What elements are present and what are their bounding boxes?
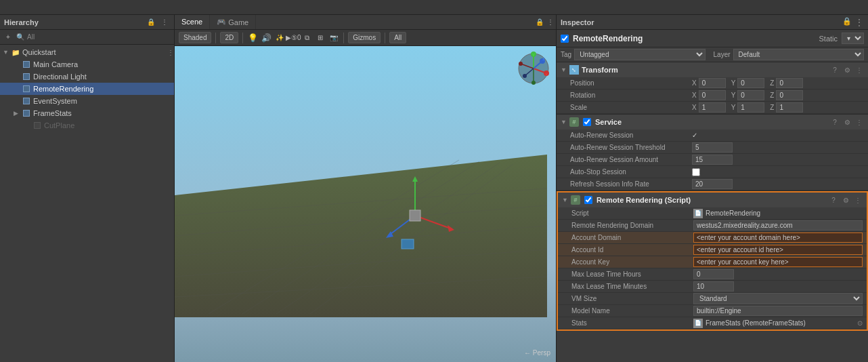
toolbar-grid-icon[interactable]: ⊞ [315, 33, 326, 43]
layer-dropdown[interactable]: Default [733, 49, 864, 60]
main-layout: Hierarchy 🔒 ⋮ + 🔍 All ▼ 📁 Quickstart ⋮ [0, 15, 868, 362]
max-lease-hours-input[interactable] [693, 269, 734, 279]
rr-script-help-icon[interactable]: ? [829, 195, 838, 205]
hierarchy-filter-all[interactable]: All [27, 33, 35, 41]
service-refresh-rate-row: Refresh Session Info Rate [557, 178, 868, 190]
frame-stats-cube-icon [22, 108, 31, 118]
inspector-lock-icon[interactable]: 🔒 [842, 17, 852, 28]
scene-more-icon[interactable]: ⋮ [545, 17, 556, 28]
toolbar-sep-1 [215, 33, 216, 43]
tree-item-cut-plane[interactable]: CutPlane [0, 119, 174, 132]
script-ref-value: 📄 RemoteRendering [693, 209, 863, 218]
auto-renew-threshold-input[interactable] [692, 142, 733, 153]
service-help-icon[interactable]: ? [830, 117, 840, 127]
toolbar-audio-icon[interactable]: 🔊 [261, 33, 272, 43]
transform-title: Transform [582, 66, 827, 74]
hierarchy-lock-icon[interactable]: 🔒 [146, 17, 156, 28]
rotation-z: Z [770, 90, 803, 100]
rr-script-more-icon[interactable]: ⋮ [853, 195, 863, 205]
transform-settings-icon[interactable]: ⚙ [842, 65, 852, 75]
directional-light-cube-icon [22, 72, 31, 81]
shading-dropdown-btn[interactable]: Shaded [179, 32, 211, 43]
service-enabled-checkbox[interactable] [583, 118, 591, 126]
svg-point-23 [531, 81, 536, 85]
transform-header[interactable]: ▼ ⤡ Transform ? ⚙ ⋮ [557, 62, 868, 77]
inspector-more-icon[interactable]: ⋮ [854, 17, 864, 28]
auto-stop-checkbox[interactable] [692, 168, 700, 176]
scale-z-input[interactable] [776, 102, 803, 113]
2d-mode-btn[interactable]: 2D [220, 32, 238, 43]
hierarchy-search-icon: 🔍 [16, 33, 24, 41]
scale-x-input[interactable] [699, 102, 726, 113]
svg-text:Z: Z [542, 57, 545, 61]
tag-layer-row: Tag Untagged Layer Default [557, 47, 868, 62]
rr-script-settings-icon[interactable]: ⚙ [841, 195, 850, 205]
service-auto-renew-threshold-row: Auto-Renew Session Threshold [557, 142, 868, 154]
stats-row: Stats 📄 FrameStats (RemoteFrameStats) ⊙ [558, 317, 867, 329]
all-btn[interactable]: All [389, 32, 406, 43]
tree-item-event-system[interactable]: EventSystem [0, 95, 174, 107]
service-settings-icon[interactable]: ⚙ [842, 117, 852, 127]
auto-renew-threshold-label: Auto-Renew Session Threshold [570, 144, 692, 151]
toolbar-cam-icon[interactable]: 📷 [328, 33, 339, 43]
model-name-input[interactable] [693, 306, 863, 316]
rotation-label: Rotation [570, 92, 692, 99]
rr-domain-input[interactable] [693, 220, 863, 230]
tree-item-quickstart[interactable]: ▼ 📁 Quickstart ⋮ [0, 46, 174, 58]
tab-scene[interactable]: Scene [175, 15, 210, 29]
account-key-input[interactable] [693, 257, 863, 267]
vm-size-dropdown[interactable]: Standard Premium [693, 293, 863, 304]
tree-item-main-camera[interactable]: Main Camera [0, 58, 174, 71]
remote-rendering-script-header[interactable]: ▼ # Remote Rendering (Script) ? ⚙ ⋮ [558, 193, 867, 207]
toolbar-fx-icon[interactable]: ✨ [274, 33, 285, 43]
hierarchy-more-icon[interactable]: ⋮ [159, 17, 170, 28]
rr-script-enabled-checkbox[interactable] [584, 196, 592, 204]
stats-value: 📄 FrameStats (RemoteFrameStats) ⊙ [693, 319, 863, 328]
transform-icon: ⤡ [569, 65, 579, 75]
account-domain-row: Account Domain [558, 232, 867, 244]
script-file-icon: 📄 [693, 209, 703, 218]
rotation-x-input[interactable] [699, 90, 726, 100]
account-id-input[interactable] [693, 245, 863, 255]
tree-item-frame-stats[interactable]: ▶ FrameStats [0, 107, 174, 119]
position-y-input[interactable] [737, 78, 764, 88]
account-id-label: Account Id [571, 246, 693, 254]
tag-dropdown[interactable]: Untagged [574, 49, 705, 60]
rr-script-component-icons: ? ⚙ ⋮ [829, 195, 863, 205]
tree-item-remote-rendering[interactable]: RemoteRendering [0, 83, 174, 95]
main-camera-cube-icon [22, 60, 31, 69]
toolbar-scene-icon[interactable]: ⧉ [301, 33, 312, 43]
service-more-icon[interactable]: ⋮ [854, 117, 864, 127]
tree-item-directional-light[interactable]: Directional Light [0, 71, 174, 83]
account-domain-input[interactable] [693, 233, 863, 243]
scene-lock-icon[interactable]: 🔒 [534, 17, 545, 28]
transform-help-icon[interactable]: ? [830, 65, 840, 75]
auto-renew-amount-input[interactable] [692, 155, 733, 165]
service-header[interactable]: ▼ # Service ? ⚙ ⋮ [557, 115, 868, 129]
hierarchy-panel-header: Hierarchy 🔒 ⋮ [0, 15, 174, 30]
max-lease-hours-row: Max Lease Time Hours [558, 268, 867, 281]
gizmos-btn[interactable]: Gizmos [348, 32, 381, 43]
position-x-input[interactable] [699, 78, 726, 88]
rr-script-hash-icon: # [571, 195, 580, 205]
quickstart-more-icon[interactable]: ⋮ [167, 49, 174, 56]
toolbar-sep-3 [343, 33, 344, 43]
svg-marker-14 [448, 225, 454, 232]
max-lease-minutes-input[interactable] [693, 281, 734, 291]
toolbar-play-icon[interactable]: ▶⑤0 [288, 33, 299, 43]
rotation-z-input[interactable] [776, 90, 803, 100]
hierarchy-add-btn[interactable]: + [3, 32, 14, 43]
static-dropdown[interactable]: ▾ [842, 33, 864, 44]
rotation-y-input[interactable] [737, 90, 764, 100]
stats-label: Stats [571, 319, 693, 327]
scale-y-input[interactable] [737, 102, 764, 113]
model-name-row: Model Name [558, 305, 867, 317]
refresh-rate-input[interactable] [692, 179, 733, 189]
account-key-row: Account Key [558, 256, 867, 268]
toolbar-sep-2 [242, 33, 243, 43]
toolbar-light-icon[interactable]: 💡 [247, 33, 258, 43]
object-active-checkbox[interactable] [561, 35, 569, 43]
tab-game[interactable]: 🎮 Game [210, 15, 256, 29]
transform-more-icon[interactable]: ⋮ [854, 65, 864, 75]
position-z-input[interactable] [776, 78, 803, 88]
